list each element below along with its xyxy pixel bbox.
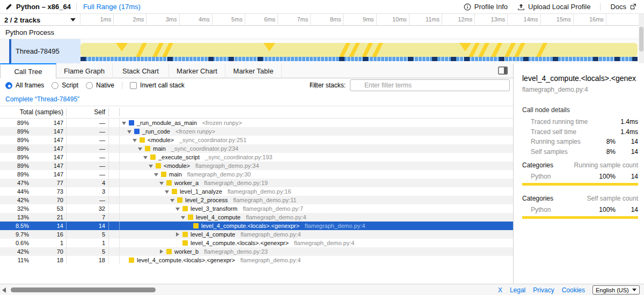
twisty-expanded-icon[interactable] (165, 189, 170, 194)
category-icon (193, 223, 199, 228)
horizontal-scrollbar-thumb[interactable] (11, 287, 156, 292)
cell-total: 89%147 (0, 136, 67, 144)
function-name: level_4_compute.<locals>.<genexpr> (191, 239, 289, 247)
twisty-expanded-icon[interactable] (149, 164, 153, 168)
ruler-tick-label: 10ms (371, 16, 407, 23)
call-tree-row[interactable]: 11%1818level_4_compute.<locals>.<genexpr… (0, 256, 513, 264)
twisty-collapsed-icon[interactable] (175, 232, 180, 237)
column-header-self: Self (67, 108, 109, 116)
call-tree-row[interactable]: 9.7%165level_4_computeflamegraph_demo.py… (0, 230, 513, 239)
radio-option-all-frames[interactable]: All frames (5, 82, 44, 89)
sidebar-toggle-button[interactable] (498, 67, 508, 75)
timeline-vertical-scrollbar[interactable] (639, 14, 644, 63)
call-tree-row[interactable]: 89%147—_execute_script_sync_coordinator.… (0, 153, 513, 161)
scrollbar-thumb[interactable] (639, 27, 643, 51)
sidebar-section-heading: Call node details (522, 106, 570, 114)
total-percent: 13% (0, 213, 29, 222)
column-header-total: Total (samples) (0, 108, 67, 116)
twisty-expanded-icon[interactable] (127, 129, 132, 134)
category-icon (129, 120, 134, 126)
twisty-collapsed-icon[interactable] (159, 249, 164, 254)
call-tree-row[interactable]: 8.5%1414level_4_compute.<locals>.<genexp… (0, 222, 513, 230)
tab-marker-chart[interactable]: Marker Chart (169, 63, 225, 78)
call-tree-row[interactable]: 89%147—<module>flamegraph_demo.py:34 (0, 161, 513, 170)
cell-self: — (67, 136, 109, 144)
filter-stacks-input[interactable] (350, 79, 510, 91)
ruler-tick-label: 8ms (305, 16, 341, 23)
thread-activity-graph[interactable] (80, 39, 639, 63)
radio-button[interactable] (52, 82, 58, 89)
scroll-left-arrow[interactable] (2, 287, 6, 293)
call-tree-row[interactable]: 0.6%11level_4_compute.<locals>.<genexpr>… (0, 239, 513, 247)
total-percent: 11% (0, 256, 29, 264)
tab-call-tree[interactable]: Call Tree (0, 63, 56, 79)
call-tree-row[interactable]: 47%774worker_aflamegraph_demo.py:19 (0, 179, 513, 187)
twisty-expanded-icon[interactable] (175, 206, 180, 211)
radio-button[interactable] (86, 82, 93, 89)
cell-function: level_2_processflamegraph_demo.py:11 (120, 196, 513, 204)
call-tree-row[interactable]: 89%147—_run_module_as_main<frozen runpy> (0, 119, 513, 127)
call-tree-row[interactable]: 89%147—_run_code<frozen runpy> (0, 127, 513, 136)
full-range-link[interactable]: Full Range (17ms) (77, 3, 147, 11)
detail-row: Traced running time1.4ms (514, 117, 644, 127)
twisty-expanded-icon[interactable] (133, 138, 137, 143)
twisty-expanded-icon[interactable] (122, 121, 127, 126)
twisty-expanded-icon[interactable] (181, 215, 186, 220)
twisty-expanded-icon[interactable] (154, 172, 159, 177)
footer-link-cookies[interactable]: Cookies (562, 286, 585, 294)
track-python-process[interactable]: Python Process (0, 26, 644, 39)
thread-track-header[interactable]: Thread-78495 (11, 39, 80, 63)
function-location: flamegraph_demo.py:16 (228, 187, 291, 196)
total-percent: 89% (0, 119, 29, 127)
function-location: flamegraph_demo.py:4 (305, 222, 365, 230)
twisty-expanded-icon[interactable] (159, 181, 164, 186)
profile-name-button[interactable]: Python – x86_64 (0, 0, 76, 13)
call-tree-row[interactable]: 89%147—main_sync_coordinator.py:234 (0, 144, 513, 153)
function-location: flamegraph_demo.py:11 (233, 196, 297, 204)
cell-total: 42%70 (0, 196, 67, 204)
twisty-expanded-icon[interactable] (170, 198, 175, 203)
process-track-label: Python Process (5, 28, 54, 36)
call-tree-row[interactable]: 42%705worker_bflamegraph_demo.py:23 (0, 247, 513, 256)
detail-label: Traced self time (531, 128, 576, 136)
footer-link-x[interactable]: X (498, 286, 502, 294)
docs-link[interactable]: Docs (610, 3, 636, 11)
twisty-expanded-icon[interactable] (138, 146, 143, 151)
tracks-dropdown-button[interactable]: 2 / 2 tracks (0, 14, 80, 26)
category-icon (129, 257, 134, 263)
call-tree-row[interactable]: 89%147—<module>_sync_coordinator.py:251 (0, 136, 513, 144)
function-location: flamegraph_demo.py:7 (243, 204, 303, 213)
function-name: main (153, 144, 166, 153)
cell-self: 7 (67, 213, 109, 222)
cell-total: 89%147 (0, 119, 67, 127)
radio-option-script[interactable]: Script (52, 82, 78, 89)
detail-percent: 8% (594, 138, 616, 145)
profile-info-button[interactable]: Profile Info (464, 3, 508, 11)
radio-button[interactable] (5, 82, 12, 89)
function-location: flamegraph_demo.py:4 (240, 230, 301, 239)
footer-link-legal[interactable]: Legal (510, 286, 525, 294)
cell-function: <module>flamegraph_demo.py:34 (120, 161, 513, 170)
tab-stack-chart[interactable]: Stack Chart (113, 63, 169, 78)
call-tree-rows: 89%147—_run_module_as_main<frozen runpy>… (0, 119, 513, 264)
complete-thread-link[interactable]: Complete “Thread-78495” (5, 95, 79, 103)
call-tree-row[interactable]: 89%147—mainflamegraph_demo.py:30 (0, 170, 513, 179)
cell-spacer (109, 153, 120, 161)
footer-link-privacy[interactable]: Privacy (533, 286, 554, 294)
call-tree-row[interactable]: 32%5332level_3_transformflamegraph_demo.… (0, 204, 513, 213)
sample-strip-marker (553, 57, 558, 61)
radio-option-native[interactable]: Native (86, 82, 114, 89)
upload-profile-button[interactable]: Upload Local Profile (517, 3, 590, 11)
function-name: worker_a (174, 179, 199, 187)
invert-call-stack-checkbox[interactable] (130, 82, 137, 89)
language-select[interactable]: English (US) (592, 285, 640, 294)
call-tree-row[interactable]: 42%70—level_2_processflamegraph_demo.py:… (0, 196, 513, 204)
tab-marker-table[interactable]: Marker Table (225, 63, 282, 78)
twisty-expanded-icon[interactable] (143, 155, 148, 160)
tab-flame-graph[interactable]: Flame Graph (56, 63, 113, 78)
categories-count-label: Self sample count (587, 195, 638, 202)
call-tree-row[interactable]: 13%217level_4_computeflamegraph_demo.py:… (0, 213, 513, 222)
call-tree-row[interactable]: 44%733level_1_analyzeflamegraph_demo.py:… (0, 187, 513, 196)
detail-value: 1.4ms (616, 118, 638, 126)
track-thread-78495[interactable]: Thread-78495 (0, 39, 644, 63)
